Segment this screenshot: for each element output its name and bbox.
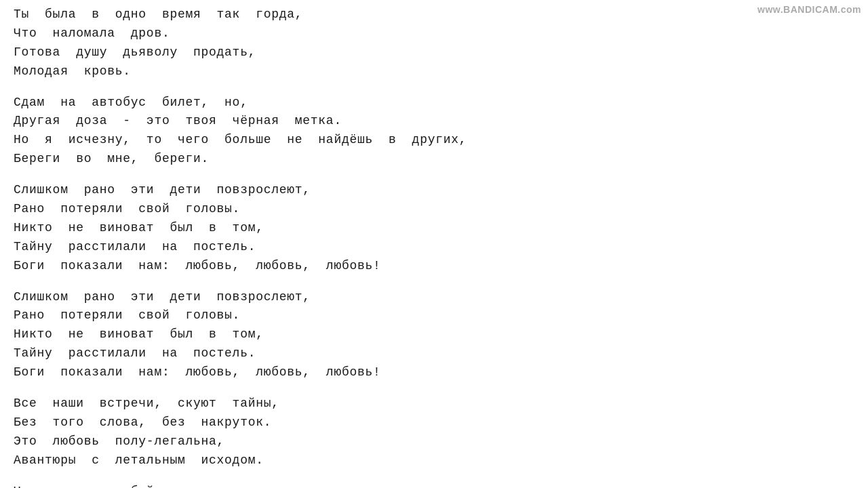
verse-verse1: Ты была в одно время так горда,Что налом…: [14, 5, 854, 81]
lyrics-container: Ты была в одно время так горда,Что налом…: [0, 0, 868, 488]
lyric-line: Никто не виноват был в том,: [14, 219, 854, 238]
verse-verse3: Слишком рано эти дети повзрослеют,Рано п…: [14, 181, 854, 275]
lyric-line: Береги во мне, береги.: [14, 150, 854, 169]
verse-verse5: Все наши встречи, скуют тайны,Без того с…: [14, 394, 854, 470]
lyric-line: Слишком рано эти дети повзрослеют,: [14, 181, 854, 200]
lyric-line: Авантюры с летальным исходом.: [14, 451, 854, 470]
lyric-line: Никто не виноват был в том,: [14, 325, 854, 344]
lyric-line: Слишком рано эти дети повзрослеют,: [14, 288, 854, 307]
lyric-line: Ты была в одно время так горда,: [14, 5, 854, 24]
lyric-line: Боги показали нам: любовь, любовь, любов…: [14, 257, 854, 276]
lyric-line: Это любовь полу-легальна,: [14, 432, 854, 451]
verse-verse4: Слишком рано эти дети повзрослеют,Рано п…: [14, 288, 854, 382]
lyric-line: Боги показали нам: любовь, любовь, любов…: [14, 363, 854, 382]
lyric-line: Готова душу дьяволу продать,: [14, 43, 854, 62]
lyric-line: Все наши встречи, скуют тайны,: [14, 394, 854, 413]
verse-verse2: Сдам на автобус билет, но,Другая доза - …: [14, 94, 854, 169]
lyric-line: Молодая кровь.: [14, 62, 854, 81]
lyric-line: Другая доза - это твоя чёрная метка.: [14, 112, 854, 131]
lyric-line: Рано потеряли свой головы.: [14, 200, 854, 219]
lyric-line: Что движет тобой, скажи,: [14, 483, 854, 488]
lyric-line: Сдам на автобус билет, но,: [14, 94, 854, 113]
watermark-text: www.BANDICAM.com: [757, 4, 861, 15]
lyric-line: Что наломала дров.: [14, 24, 854, 43]
lyric-line: Тайну расстилали на постель.: [14, 344, 854, 363]
lyric-line: Тайну расстилали на постель.: [14, 238, 854, 257]
lyric-line: Но я исчезну, то чего больше не найдёшь …: [14, 131, 854, 150]
verse-verse6: Что движет тобой, скажи,Единственный гол…: [14, 483, 854, 488]
lyric-line: Без того слова, без накруток.: [14, 413, 854, 432]
lyric-line: Рано потеряли свой головы.: [14, 306, 854, 325]
